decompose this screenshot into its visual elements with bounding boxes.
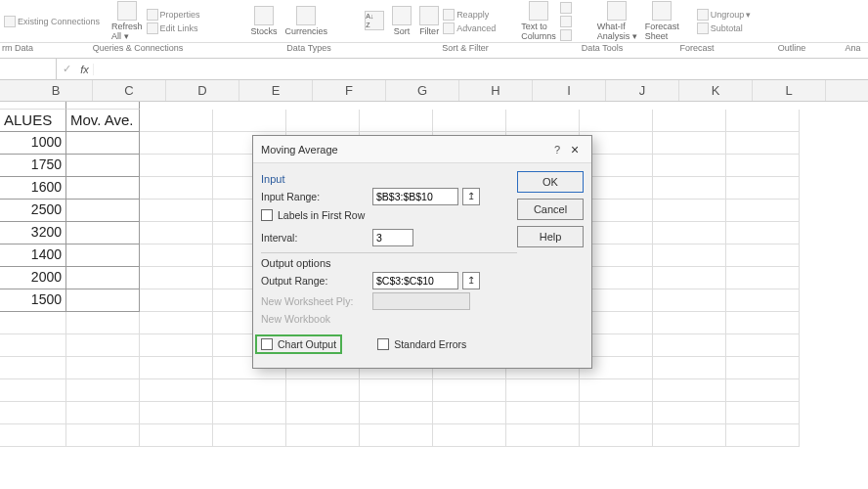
movave-cell[interactable] [66, 200, 140, 222]
empty-cell[interactable] [726, 402, 800, 424]
empty-cell[interactable] [0, 379, 66, 402]
ungroup-button[interactable]: Ungroup ▾ [697, 9, 752, 21]
empty-cell[interactable] [506, 402, 580, 424]
cancel-button[interactable]: Cancel [517, 199, 584, 220]
empty-cell[interactable] [580, 402, 653, 424]
empty-cell[interactable] [0, 312, 66, 334]
fx-button[interactable]: fx [76, 64, 94, 75]
empty-cell[interactable] [653, 402, 726, 424]
value-cell[interactable]: 1000 [0, 132, 66, 155]
empty-cell[interactable] [726, 177, 800, 200]
labels-first-row-checkbox[interactable] [261, 209, 273, 221]
empty-cell[interactable] [140, 334, 213, 357]
empty-cell[interactable] [580, 424, 653, 447]
column-header[interactable]: H [459, 80, 533, 101]
empty-cell[interactable] [653, 357, 726, 379]
empty-cell[interactable] [66, 312, 140, 334]
empty-cell[interactable] [653, 132, 726, 155]
column-header[interactable]: K [679, 80, 753, 101]
column-headers[interactable]: BCDEFGHIJKL [0, 80, 868, 102]
empty-cell[interactable] [653, 312, 726, 334]
output-range-picker[interactable]: ↥ [462, 272, 480, 289]
empty-cell[interactable] [140, 289, 213, 312]
interval-field[interactable] [372, 229, 413, 246]
sort-button[interactable]: Sort [392, 6, 412, 36]
column-header[interactable]: L [753, 80, 826, 101]
empty-cell[interactable] [726, 312, 800, 334]
forecast-sheet-button[interactable]: ForecastSheet [645, 1, 679, 41]
empty-cell[interactable] [140, 312, 213, 334]
column-header[interactable]: B [20, 80, 93, 101]
column-header[interactable]: C [93, 80, 166, 101]
value-cell[interactable]: 3200 [0, 222, 66, 244]
empty-cell[interactable] [66, 334, 140, 357]
empty-cell[interactable] [286, 402, 360, 424]
currencies-button[interactable]: Currencies [285, 6, 328, 36]
empty-cell[interactable] [653, 244, 726, 267]
empty-cell[interactable] [653, 334, 726, 357]
properties-button[interactable]: Properties [147, 9, 200, 21]
edit-links-button[interactable]: Edit Links [147, 22, 200, 34]
empty-cell[interactable] [140, 177, 213, 200]
empty-cell[interactable] [140, 244, 213, 267]
empty-cell[interactable] [360, 402, 433, 424]
text-to-columns-button[interactable]: Text toColumns [521, 1, 556, 41]
chart-output-checkbox[interactable] [261, 338, 273, 350]
empty-cell[interactable] [213, 424, 286, 447]
empty-cell[interactable] [506, 424, 580, 447]
refresh-all-button[interactable]: RefreshAll ▾ [111, 1, 143, 41]
empty-cell[interactable] [653, 424, 726, 447]
output-range-field[interactable] [372, 272, 458, 289]
dialog-close-button[interactable]: × [566, 142, 584, 157]
empty-cell[interactable] [140, 357, 213, 379]
data-tools-small-3[interactable] [560, 29, 572, 41]
empty-cell[interactable] [726, 424, 800, 447]
empty-cell[interactable] [653, 267, 726, 289]
empty-cell[interactable] [433, 424, 506, 447]
stocks-button[interactable]: Stocks [251, 6, 278, 36]
value-cell[interactable]: 2000 [0, 267, 66, 289]
empty-cell[interactable] [726, 200, 800, 222]
empty-cell[interactable] [360, 424, 433, 447]
empty-cell[interactable] [653, 200, 726, 222]
formula-input[interactable] [94, 59, 868, 79]
movave-cell[interactable] [66, 155, 140, 177]
empty-cell[interactable] [0, 402, 66, 424]
dialog-help-icon[interactable]: ? [548, 144, 566, 156]
empty-cell[interactable] [140, 132, 213, 155]
empty-cell[interactable] [140, 267, 213, 289]
empty-cell[interactable] [653, 177, 726, 200]
sort-az-button[interactable]: A↓Z [365, 11, 384, 31]
empty-cell[interactable] [213, 402, 286, 424]
empty-cell[interactable] [140, 424, 213, 447]
empty-cell[interactable] [433, 402, 506, 424]
empty-cell[interactable] [0, 357, 66, 379]
data-tools-small-1[interactable] [560, 2, 572, 14]
empty-cell[interactable] [140, 222, 213, 244]
empty-cell[interactable] [726, 379, 800, 402]
empty-cell[interactable] [726, 334, 800, 357]
empty-cell[interactable] [653, 379, 726, 402]
input-range-field[interactable] [372, 188, 458, 205]
value-cell[interactable]: 1500 [0, 289, 66, 312]
empty-cell[interactable] [726, 155, 800, 177]
empty-cell[interactable] [286, 379, 360, 402]
value-cell[interactable]: 2500 [0, 200, 66, 222]
value-cell[interactable]: 1750 [0, 155, 66, 177]
chart-output-option[interactable]: Chart Output [255, 334, 342, 354]
help-button[interactable]: Help [517, 226, 584, 247]
column-header[interactable]: J [606, 80, 679, 101]
empty-cell[interactable] [66, 379, 140, 402]
what-if-button[interactable]: What-IfAnalysis ▾ [597, 1, 637, 41]
movave-cell[interactable] [66, 267, 140, 289]
empty-cell[interactable] [726, 289, 800, 312]
column-header[interactable]: I [533, 80, 606, 101]
standard-errors-checkbox[interactable] [377, 338, 389, 350]
empty-cell[interactable] [0, 334, 66, 357]
column-header[interactable]: E [239, 80, 313, 101]
empty-cell[interactable] [66, 402, 140, 424]
empty-cell[interactable] [726, 267, 800, 289]
reapply-button[interactable]: Reapply [443, 9, 496, 21]
ok-button[interactable]: OK [517, 171, 584, 193]
empty-cell[interactable] [726, 132, 800, 155]
